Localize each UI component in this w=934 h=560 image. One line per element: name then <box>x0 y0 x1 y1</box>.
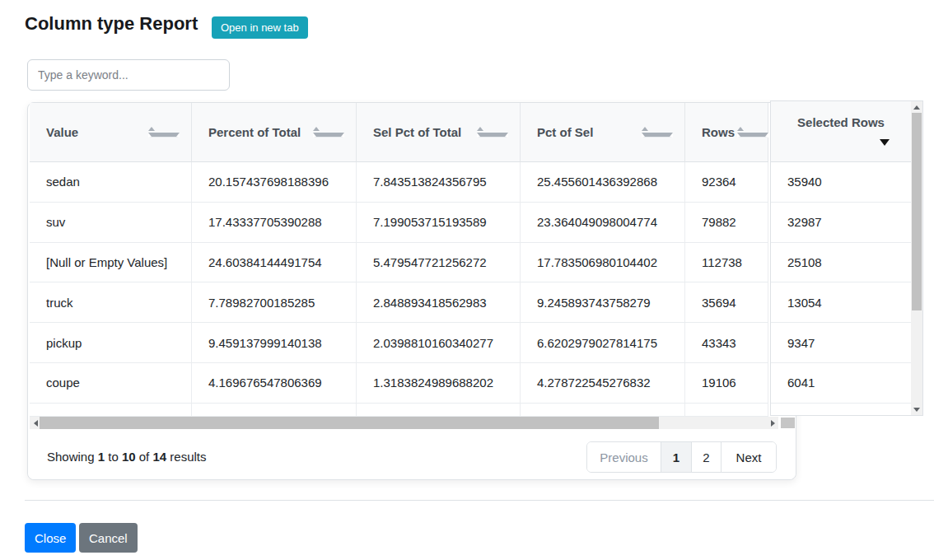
table-row: pickup 9.459137999140138 2.0398810160340… <box>30 323 768 363</box>
triangle-down-icon <box>313 133 344 138</box>
column-header-value[interactable]: Value <box>30 103 192 162</box>
triangle-up-icon <box>913 105 920 110</box>
table-cell: pickup <box>30 323 192 363</box>
pagination-previous-button[interactable]: Previous <box>587 442 661 472</box>
table-cell <box>192 404 357 417</box>
triangle-right-icon <box>771 420 775 427</box>
cancel-button[interactable]: Cancel <box>79 523 138 553</box>
pagination: Previous 1 2 Next <box>586 441 777 473</box>
column-header-label: Percent of Total <box>208 125 301 139</box>
sort-updown-icon[interactable] <box>737 127 768 138</box>
pagination-page-2-button[interactable]: 2 <box>692 442 722 472</box>
column-header-selected-rows[interactable]: Selected Rows <box>771 101 911 162</box>
table-row: suv 17.43337705390288 7.199053715193589 … <box>30 203 768 243</box>
table-cell: suv <box>30 203 192 243</box>
summary-text: Showing <box>47 450 95 464</box>
open-in-new-tab-button[interactable]: Open in new tab <box>212 16 308 39</box>
pagination-page-1-button[interactable]: 1 <box>661 442 692 472</box>
summary-text: of <box>139 450 150 464</box>
column-header-label: Sel Pct of Total <box>373 125 461 139</box>
summary-from: 1 <box>98 450 105 464</box>
table-cell <box>30 404 192 417</box>
table-cell: coupe <box>30 363 192 404</box>
column-header-rows[interactable]: Rows <box>685 103 768 162</box>
table-cell: 112738 <box>685 243 768 283</box>
results-summary: Showing 1 to 10 of 14 results <box>47 441 207 473</box>
summary-total: 14 <box>152 450 166 464</box>
triangle-up-icon <box>737 127 744 131</box>
table-cell: 9.245893743758279 <box>521 282 685 323</box>
sort-updown-icon[interactable] <box>642 127 673 138</box>
table-cell: 19106 <box>685 363 768 404</box>
report-table: Value Percent of Total Sel Pct of Total … <box>30 103 768 417</box>
table-cell: sedan <box>30 162 192 203</box>
triangle-up-icon <box>642 127 648 131</box>
column-type-report-modal: Column type Report Open in new tab Value… <box>0 0 934 560</box>
table-header-row: Value Percent of Total Sel Pct of Total … <box>30 103 768 162</box>
triangle-up-icon <box>148 127 155 131</box>
table-row: sedan 20.157437698188396 7.8435138243567… <box>30 162 768 203</box>
table-cell: 2.848893418562983 <box>357 282 521 323</box>
summary-to: 10 <box>122 450 136 464</box>
table-cell: 24.60384144491754 <box>192 243 357 283</box>
triangle-up-icon <box>313 127 320 131</box>
triangle-down-icon <box>913 408 920 412</box>
scroll-up-arrow-icon[interactable] <box>911 101 922 113</box>
triangle-down-icon <box>737 133 768 138</box>
table-cell: 17.43337705390288 <box>192 203 357 243</box>
table-cell: 7.843513824356795 <box>357 162 521 203</box>
table-cell: 7.78982700185285 <box>192 282 357 323</box>
triangle-left-icon <box>34 420 38 427</box>
table-cell: 20.157437698188396 <box>192 162 357 203</box>
table-cell-partial <box>771 404 911 415</box>
table-cell: 25108 <box>771 243 911 283</box>
column-header-label: Rows <box>702 125 735 139</box>
table-cell: 43343 <box>685 323 768 363</box>
close-button[interactable]: Close <box>25 523 76 553</box>
triangle-down-icon <box>148 133 180 138</box>
column-header-percent-of-total[interactable]: Percent of Total <box>192 103 357 162</box>
summary-text: to <box>108 450 119 464</box>
table-cell <box>521 404 685 417</box>
horizontal-scrollbar-thumb[interactable] <box>40 417 659 429</box>
table-cell: 35940 <box>771 162 911 203</box>
column-header-label: Selected Rows <box>771 101 911 129</box>
table-cell: 7.199053715193589 <box>357 203 521 243</box>
table-cell: [Null or Empty Values] <box>30 243 192 283</box>
table-cell: 6.6202979027814175 <box>521 323 685 363</box>
scroll-down-arrow-icon[interactable] <box>911 404 922 415</box>
keyword-search-input[interactable] <box>27 59 230 91</box>
table-cell <box>685 404 768 417</box>
sort-desc-icon[interactable] <box>880 139 890 146</box>
sort-updown-icon[interactable] <box>313 127 344 138</box>
vertical-scrollbar-thumb[interactable] <box>912 113 922 310</box>
table-cell: 6041 <box>771 363 911 404</box>
table-row: coupe 4.169676547806369 1.31838249896882… <box>30 363 768 404</box>
pinned-horizontal-scrollbar-thumb[interactable] <box>781 418 795 428</box>
table-cell: 92364 <box>685 162 768 203</box>
sort-updown-icon[interactable] <box>148 127 180 138</box>
column-header-label: Pct of Sel <box>537 125 593 139</box>
table-cell: 4.169676547806369 <box>192 363 357 404</box>
footer-divider <box>25 500 934 501</box>
column-header-sel-pct-of-total[interactable]: Sel Pct of Total <box>357 103 521 162</box>
triangle-up-icon <box>477 127 483 131</box>
vertical-scrollbar[interactable] <box>911 101 922 415</box>
table-cell: 1.3183824989688202 <box>357 363 521 404</box>
table-cell: 17.783506980104402 <box>521 243 685 283</box>
column-header-pct-of-sel[interactable]: Pct of Sel <box>521 103 685 162</box>
page-title: Column type Report <box>25 13 198 35</box>
table-cell: 23.364049098004774 <box>521 203 685 243</box>
table-cell: 25.455601436392868 <box>521 162 685 203</box>
horizontal-scrollbar[interactable] <box>30 417 778 429</box>
pinned-selected-rows-column: Selected Rows 35940 32987 25108 13054 93… <box>770 100 923 416</box>
table-cell: 35694 <box>685 282 768 323</box>
table-cell: 13054 <box>771 282 911 323</box>
table-cell: 32987 <box>771 203 911 243</box>
scroll-right-arrow-icon[interactable] <box>767 417 778 429</box>
triangle-down-icon <box>642 133 673 138</box>
table-row: truck 7.78982700185285 2.848893418562983… <box>30 282 768 323</box>
column-header-label: Value <box>46 125 78 139</box>
sort-updown-icon[interactable] <box>477 127 508 138</box>
pagination-next-button[interactable]: Next <box>722 442 776 472</box>
